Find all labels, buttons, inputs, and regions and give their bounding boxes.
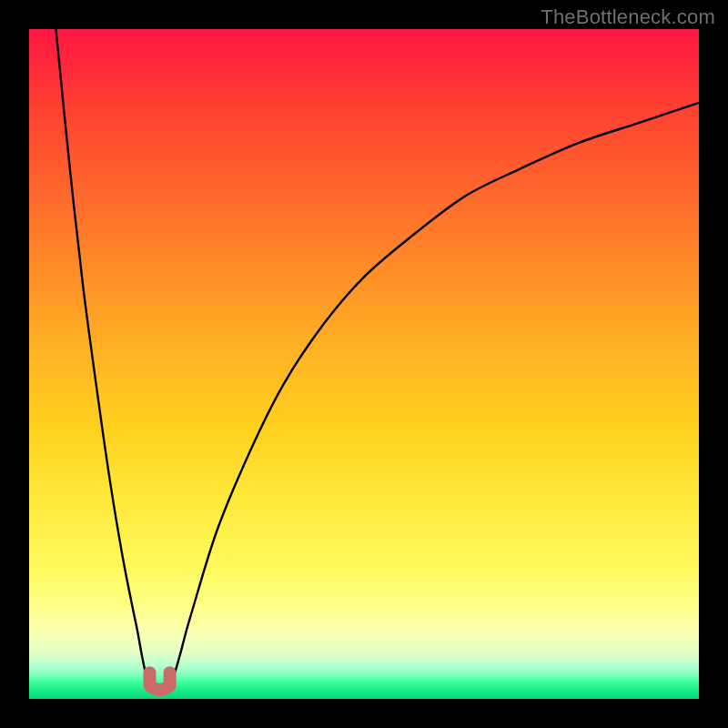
curve-layer <box>29 29 699 699</box>
chart-plot-area <box>29 29 699 699</box>
chart-frame: TheBottleneck.com <box>0 0 728 728</box>
minimum-marker <box>150 672 170 690</box>
bottleneck-curve <box>56 29 699 693</box>
watermark-text: TheBottleneck.com <box>541 5 715 29</box>
